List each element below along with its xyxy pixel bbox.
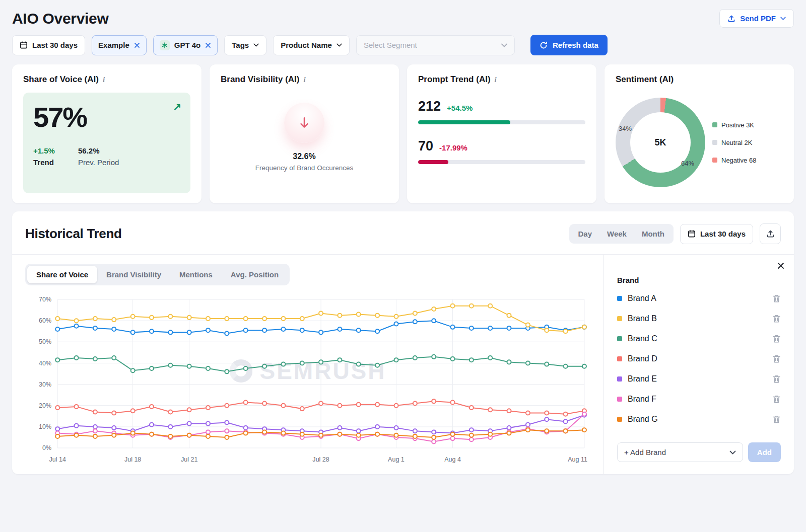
tab-mentions[interactable]: Mentions: [170, 266, 222, 283]
brand-color-dot: [617, 336, 622, 341]
info-icon[interactable]: i: [103, 75, 105, 84]
progress-bar: [418, 120, 585, 124]
close-panel-icon[interactable]: [777, 262, 785, 270]
brand-list-item: Brand B: [617, 309, 781, 329]
delete-brand-icon[interactable]: [772, 395, 781, 404]
svg-text:0%: 0%: [42, 444, 51, 451]
brand-list-item: Brand D: [617, 349, 781, 369]
segment-placeholder: Select Segment: [364, 41, 417, 49]
legend-color-dot: [712, 140, 717, 145]
add-brand-select[interactable]: + Add Brand: [617, 442, 743, 462]
svg-text:Aug 11: Aug 11: [568, 456, 587, 463]
prompt-trend-row: 212 +54.5%: [418, 99, 585, 124]
date-range-button[interactable]: Last 30 days: [12, 35, 85, 55]
filter-chip-gpt4o[interactable]: GPT 4o: [153, 35, 218, 55]
tab-brand-visibility[interactable]: Brand Visibility: [97, 266, 170, 283]
export-button[interactable]: [760, 223, 781, 244]
tab-avg-position[interactable]: Avg. Position: [222, 266, 288, 283]
calendar-icon: [20, 41, 28, 49]
legend-color-dot: [712, 122, 717, 127]
hist-date-range-label: Last 30 days: [700, 230, 746, 238]
remove-chip-icon[interactable]: [134, 42, 140, 48]
chevron-down-icon: [337, 43, 342, 47]
visibility-down-badge: [284, 103, 324, 143]
hist-date-range-button[interactable]: Last 30 days: [680, 224, 753, 244]
brand-color-dot: [617, 316, 622, 321]
tab-share-of-voice[interactable]: Share of Voice: [27, 266, 97, 283]
svg-text:Jul 21: Jul 21: [181, 456, 197, 463]
arrow-down-icon: [298, 116, 311, 130]
send-pdf-button[interactable]: Send PDF: [719, 9, 794, 28]
product-name-dropdown[interactable]: Product Name: [273, 35, 350, 55]
filter-chip-example[interactable]: Example: [92, 35, 147, 55]
granularity-week[interactable]: Week: [599, 225, 634, 242]
chevron-down-icon: [780, 17, 786, 20]
brand-list-item: Brand E: [617, 369, 781, 389]
delete-brand-icon[interactable]: [772, 374, 781, 384]
svg-text:70%: 70%: [39, 296, 51, 303]
topbar: AIO Overview Send PDF: [12, 5, 794, 35]
kpi-row: Share of Voice (AI) i 57% ↗ +1.5% Trend …: [12, 64, 794, 203]
legend-item: Positive 3K: [712, 121, 756, 129]
openai-icon: [160, 40, 170, 50]
delete-brand-icon[interactable]: [772, 314, 781, 323]
prompt-delta: +54.5%: [447, 104, 473, 112]
trend-chart-area: SEMRUSH 0%10%20%30%40%50%60%70%Jul 14Jul…: [25, 293, 590, 469]
brand-name: Brand E: [628, 374, 657, 384]
trend-up-arrow-icon: ↗: [173, 101, 181, 113]
sentiment-card: Sentiment (AI) 5K 34% 64% Positive 3KNeu…: [604, 64, 794, 203]
info-icon[interactable]: i: [495, 75, 497, 84]
delete-brand-icon[interactable]: [772, 354, 781, 363]
remove-chip-icon[interactable]: [205, 42, 211, 48]
svg-text:Aug 4: Aug 4: [444, 456, 461, 463]
add-brand-button[interactable]: Add: [748, 442, 781, 462]
svg-text:Jul 28: Jul 28: [312, 456, 329, 463]
svg-text:10%: 10%: [39, 423, 51, 430]
card-title: Sentiment (AI): [616, 74, 674, 85]
chevron-down-icon: [729, 450, 736, 454]
brand-color-dot: [617, 397, 622, 402]
segment-select[interactable]: Select Segment: [356, 35, 515, 55]
tags-label: Tags: [232, 41, 249, 49]
granularity-month[interactable]: Month: [634, 225, 672, 242]
brand-color-dot: [617, 356, 622, 361]
card-title: Prompt Trend (AI): [418, 74, 491, 85]
prompt-trend-row: 70 -17.99%: [418, 138, 585, 164]
chip-label: Example: [98, 41, 129, 49]
svg-text:20%: 20%: [39, 402, 51, 409]
legend-item: Neutral 2K: [712, 139, 756, 146]
granularity-day[interactable]: Day: [571, 225, 600, 242]
brand-name: Brand C: [628, 334, 657, 343]
prev-period-value: 56.2%: [78, 146, 119, 155]
legend-label: Positive 3K: [721, 121, 754, 129]
date-range-label: Last 30 days: [32, 41, 78, 49]
granularity-toggle: Day Week Month: [569, 224, 674, 244]
prompt-trend-card: Prompt Trend (AI) i 212 +54.5% 70 -17.99…: [407, 64, 596, 203]
delete-brand-icon[interactable]: [772, 334, 781, 343]
tags-dropdown[interactable]: Tags: [224, 35, 266, 55]
prev-period-label: Prev. Period: [78, 158, 119, 167]
info-icon[interactable]: i: [304, 75, 306, 84]
delete-brand-icon[interactable]: [772, 294, 781, 303]
delete-brand-icon[interactable]: [772, 415, 781, 424]
neutral-pct-label: 34%: [619, 125, 632, 132]
brand-list-item: Brand F: [617, 389, 781, 409]
brand-name: Brand B: [628, 314, 657, 323]
brand-visibility-card: Brand Visibility (AI) i 32.6% Frequency …: [210, 64, 399, 203]
chart-column: Share of Voice Brand Visibility Mentions…: [12, 255, 603, 474]
brand-name: Brand A: [628, 294, 656, 303]
refresh-data-button[interactable]: Refresh data: [530, 35, 608, 55]
svg-text:60%: 60%: [39, 317, 51, 324]
brand-color-dot: [617, 376, 622, 382]
chart-tabs: Share of Voice Brand Visibility Mentions…: [25, 264, 290, 285]
svg-text:40%: 40%: [39, 360, 51, 367]
chevron-down-icon: [253, 43, 259, 47]
legend-label: Negative 68: [721, 157, 756, 164]
positive-pct-label: 64%: [681, 160, 694, 167]
brand-panel-title: Brand: [617, 276, 781, 284]
page: AIO Overview Send PDF Last 30 days Examp…: [0, 0, 806, 484]
brand-color-dot: [617, 417, 622, 422]
sentiment-total: 5K: [654, 137, 666, 148]
brand-visibility-value: 32.6%: [293, 152, 315, 161]
brand-panel: Brand Brand ABrand BBrand CBrand DBrand …: [603, 255, 794, 474]
